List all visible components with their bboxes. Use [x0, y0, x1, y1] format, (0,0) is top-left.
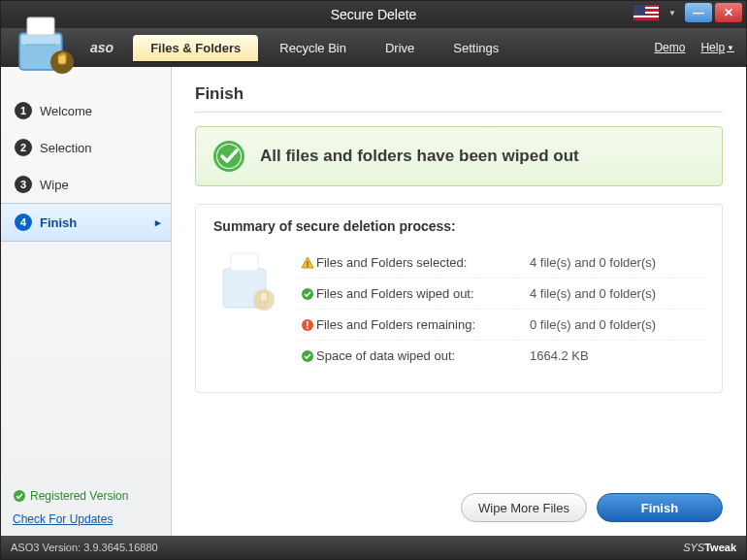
success-banner: All files and folders have been wiped ou… [195, 126, 723, 186]
summary-row-selected: ! Files and Folders selected: 4 file(s) … [299, 247, 704, 279]
summary-box: Summary of secure deletion process: ! Fi… [195, 204, 723, 393]
check-icon [301, 287, 314, 301]
top-toolbar: aso Files & Folders Recycle Bin Drive Se… [1, 28, 746, 67]
version-label: ASO3 Version: 3.9.3645.16880 [11, 542, 158, 553]
close-button[interactable]: ✕ [715, 3, 742, 22]
statusbar: ASO3 Version: 3.9.3645.16880 SYSTweak [1, 536, 746, 559]
check-updates-link[interactable]: Check For Updates [13, 512, 159, 526]
error-icon: ! [301, 318, 314, 332]
tab-recycle-bin[interactable]: Recycle Bin [262, 35, 364, 61]
tab-drive[interactable]: Drive [368, 35, 432, 61]
registered-version-label: Registered Version [13, 489, 159, 503]
main-panel: Finish All files and folders have been w… [172, 67, 746, 536]
svg-text:!: ! [306, 319, 309, 330]
summary-row-remaining: ! Files and Folders remaining: 0 file(s)… [299, 310, 704, 341]
wipe-more-files-button[interactable]: Wipe More Files [461, 493, 587, 522]
svg-rect-1 [21, 35, 60, 45]
svg-rect-2 [27, 17, 54, 35]
demo-link[interactable]: Demo [654, 41, 685, 54]
titlebar: Secure Delete ▼ — ✕ [1, 1, 746, 28]
language-flag-icon[interactable] [633, 4, 660, 21]
divider [195, 112, 723, 113]
step-label: Wipe [40, 178, 69, 192]
success-message: All files and folders have been wiped ou… [260, 147, 579, 166]
window-title: Secure Delete [331, 7, 417, 22]
minimize-button[interactable]: — [685, 3, 712, 22]
success-check-icon [211, 139, 246, 174]
tab-files-folders[interactable]: Files & Folders [133, 35, 258, 61]
step-number: 4 [15, 214, 32, 231]
help-menu[interactable]: Help▼ [700, 41, 734, 54]
wizard-sidebar: 1 Welcome 2 Selection 3 Wipe 4 Finish Re… [1, 67, 172, 536]
step-wipe[interactable]: 3 Wipe [1, 166, 171, 203]
brand-label: aso [90, 40, 114, 55]
check-circle-icon [13, 489, 26, 503]
page-heading: Finish [195, 84, 723, 104]
finish-button[interactable]: Finish [597, 493, 723, 522]
summary-row-wiped: Files and Folders wiped out: 4 file(s) a… [299, 279, 704, 310]
tab-settings[interactable]: Settings [436, 35, 516, 61]
summary-title: Summary of secure deletion process: [213, 218, 704, 234]
step-label: Selection [40, 141, 91, 155]
step-number: 2 [15, 139, 32, 156]
svg-text:!: ! [307, 259, 309, 269]
step-finish[interactable]: 4 Finish [1, 203, 171, 242]
chevron-down-icon: ▼ [727, 44, 734, 52]
language-dropdown-arrow-icon[interactable]: ▼ [668, 9, 676, 17]
shredder-icon [213, 247, 281, 319]
step-welcome[interactable]: 1 Welcome [1, 92, 171, 129]
systweak-logo: SYSTweak [683, 542, 736, 553]
summary-row-space: Space of data wiped out: 1664.2 KB [299, 341, 704, 371]
step-number: 3 [15, 176, 32, 193]
svg-rect-12 [260, 292, 268, 302]
step-selection[interactable]: 2 Selection [1, 129, 171, 166]
step-label: Welcome [40, 104, 92, 118]
check-icon [301, 349, 314, 363]
svg-rect-10 [231, 253, 258, 271]
footer-buttons: Wipe More Files Finish [195, 479, 723, 522]
app-window: Secure Delete ▼ — ✕ aso Files & Folders … [0, 0, 747, 560]
step-label: Finish [40, 215, 77, 230]
app-shredder-icon [8, 12, 80, 83]
step-number: 1 [15, 102, 32, 119]
warning-icon: ! [301, 256, 314, 270]
